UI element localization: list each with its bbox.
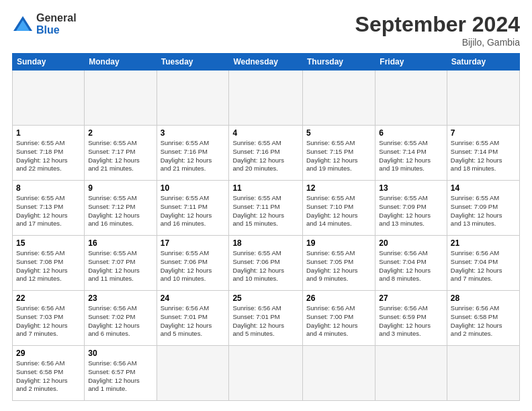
calendar-day-2: 2Sunrise: 6:55 AM Sunset: 7:17 PM Daylig… — [85, 126, 157, 181]
day-number: 15 — [16, 238, 81, 248]
day-number: 21 — [451, 238, 516, 248]
day-number: 28 — [451, 293, 516, 303]
header: General Blue September 2024 Bijilo, Gamb… — [12, 12, 520, 48]
day-info: Sunrise: 6:55 AM Sunset: 7:09 PM Dayligh… — [379, 194, 443, 228]
calendar-day-24: 24Sunrise: 6:56 AM Sunset: 7:01 PM Dayli… — [157, 291, 229, 346]
title-block: September 2024 Bijilo, Gambia — [355, 12, 520, 48]
month-title: September 2024 — [355, 12, 520, 37]
day-info: Sunrise: 6:56 AM Sunset: 6:59 PM Dayligh… — [379, 304, 443, 338]
calendar-header-sunday: Sunday — [13, 54, 85, 71]
calendar-day-4: 4Sunrise: 6:55 AM Sunset: 7:16 PM Daylig… — [229, 126, 303, 181]
logo: General Blue — [12, 12, 77, 36]
calendar-day-7: 7Sunrise: 6:55 AM Sunset: 7:14 PM Daylig… — [447, 126, 519, 181]
day-number: 11 — [232, 183, 299, 193]
day-number: 7 — [451, 128, 516, 138]
day-number: 27 — [379, 293, 443, 303]
day-info: Sunrise: 6:55 AM Sunset: 7:08 PM Dayligh… — [16, 249, 81, 283]
calendar-day-28: 28Sunrise: 6:56 AM Sunset: 6:58 PM Dayli… — [447, 291, 519, 346]
day-info: Sunrise: 6:55 AM Sunset: 7:14 PM Dayligh… — [451, 139, 516, 173]
day-number: 18 — [232, 238, 299, 248]
day-number: 14 — [451, 183, 516, 193]
day-number: 19 — [306, 238, 371, 248]
calendar-day-15: 15Sunrise: 6:55 AM Sunset: 7:08 PM Dayli… — [13, 236, 85, 291]
calendar-day-30: 30Sunrise: 6:56 AM Sunset: 6:57 PM Dayli… — [85, 346, 157, 401]
calendar-day-16: 16Sunrise: 6:55 AM Sunset: 7:07 PM Dayli… — [85, 236, 157, 291]
day-info: Sunrise: 6:55 AM Sunset: 7:15 PM Dayligh… — [306, 139, 371, 173]
day-info: Sunrise: 6:55 AM Sunset: 7:11 PM Dayligh… — [232, 194, 299, 228]
calendar-day-22: 22Sunrise: 6:56 AM Sunset: 7:03 PM Dayli… — [13, 291, 85, 346]
day-number: 30 — [88, 349, 152, 358]
day-info: Sunrise: 6:55 AM Sunset: 7:10 PM Dayligh… — [306, 194, 371, 228]
day-info: Sunrise: 6:55 AM Sunset: 7:13 PM Dayligh… — [16, 194, 81, 228]
day-info: Sunrise: 6:56 AM Sunset: 7:00 PM Dayligh… — [306, 304, 371, 338]
calendar-day-empty — [157, 346, 229, 401]
calendar-day-10: 10Sunrise: 6:55 AM Sunset: 7:11 PM Dayli… — [157, 181, 229, 236]
day-number: 6 — [379, 128, 443, 138]
day-number: 20 — [379, 238, 443, 248]
day-number: 23 — [88, 293, 152, 303]
day-info: Sunrise: 6:56 AM Sunset: 6:58 PM Dayligh… — [16, 359, 81, 394]
location: Bijilo, Gambia — [355, 37, 520, 48]
day-info: Sunrise: 6:55 AM Sunset: 7:06 PM Dayligh… — [161, 249, 226, 283]
day-number: 26 — [306, 293, 371, 303]
logo-text: General Blue — [36, 12, 77, 36]
calendar-day-13: 13Sunrise: 6:55 AM Sunset: 7:09 PM Dayli… — [375, 181, 447, 236]
calendar-table: SundayMondayTuesdayWednesdayThursdayFrid… — [12, 53, 520, 401]
day-number: 25 — [232, 293, 299, 303]
calendar-day-8: 8Sunrise: 6:55 AM Sunset: 7:13 PM Daylig… — [13, 181, 85, 236]
calendar-day-empty — [303, 71, 375, 126]
calendar-week-4: 22Sunrise: 6:56 AM Sunset: 7:03 PM Dayli… — [13, 291, 520, 346]
day-info: Sunrise: 6:55 AM Sunset: 7:12 PM Dayligh… — [88, 194, 152, 228]
calendar-day-empty — [229, 346, 303, 401]
calendar-day-29: 29Sunrise: 6:56 AM Sunset: 6:58 PM Dayli… — [13, 346, 85, 401]
calendar-day-18: 18Sunrise: 6:55 AM Sunset: 7:06 PM Dayli… — [229, 236, 303, 291]
calendar-week-0 — [13, 71, 520, 126]
calendar-header-tuesday: Tuesday — [157, 54, 229, 71]
day-number: 17 — [161, 238, 226, 248]
calendar-day-12: 12Sunrise: 6:55 AM Sunset: 7:10 PM Dayli… — [303, 181, 375, 236]
day-info: Sunrise: 6:55 AM Sunset: 7:18 PM Dayligh… — [16, 139, 81, 173]
calendar-week-2: 8Sunrise: 6:55 AM Sunset: 7:13 PM Daylig… — [13, 181, 520, 236]
day-info: Sunrise: 6:55 AM Sunset: 7:06 PM Dayligh… — [232, 249, 299, 283]
logo-general: General — [36, 12, 77, 24]
calendar-day-empty — [447, 346, 519, 401]
calendar-week-1: 1Sunrise: 6:55 AM Sunset: 7:18 PM Daylig… — [13, 126, 520, 181]
day-number: 9 — [88, 183, 152, 193]
calendar-day-27: 27Sunrise: 6:56 AM Sunset: 6:59 PM Dayli… — [375, 291, 447, 346]
day-number: 5 — [306, 128, 371, 138]
day-number: 13 — [379, 183, 443, 193]
calendar-header-row: SundayMondayTuesdayWednesdayThursdayFrid… — [13, 54, 520, 71]
calendar-day-empty — [447, 71, 519, 126]
day-info: Sunrise: 6:56 AM Sunset: 7:01 PM Dayligh… — [232, 304, 299, 338]
calendar-day-25: 25Sunrise: 6:56 AM Sunset: 7:01 PM Dayli… — [229, 291, 303, 346]
day-number: 24 — [161, 293, 226, 303]
day-info: Sunrise: 6:55 AM Sunset: 7:16 PM Dayligh… — [232, 139, 299, 173]
day-number: 8 — [16, 183, 81, 193]
day-number: 22 — [16, 293, 81, 303]
logo-blue: Blue — [36, 24, 77, 36]
day-info: Sunrise: 6:56 AM Sunset: 7:02 PM Dayligh… — [88, 304, 152, 338]
calendar-day-empty — [375, 346, 447, 401]
day-info: Sunrise: 6:55 AM Sunset: 7:11 PM Dayligh… — [161, 194, 226, 228]
calendar-day-26: 26Sunrise: 6:56 AM Sunset: 7:00 PM Dayli… — [303, 291, 375, 346]
calendar-day-23: 23Sunrise: 6:56 AM Sunset: 7:02 PM Dayli… — [85, 291, 157, 346]
day-info: Sunrise: 6:55 AM Sunset: 7:05 PM Dayligh… — [306, 249, 371, 283]
day-number: 4 — [232, 128, 299, 138]
calendar-day-5: 5Sunrise: 6:55 AM Sunset: 7:15 PM Daylig… — [303, 126, 375, 181]
calendar-day-21: 21Sunrise: 6:56 AM Sunset: 7:04 PM Dayli… — [447, 236, 519, 291]
calendar-day-6: 6Sunrise: 6:55 AM Sunset: 7:14 PM Daylig… — [375, 126, 447, 181]
day-info: Sunrise: 6:55 AM Sunset: 7:14 PM Dayligh… — [379, 139, 443, 173]
calendar-header-friday: Friday — [375, 54, 447, 71]
day-info: Sunrise: 6:56 AM Sunset: 7:01 PM Dayligh… — [161, 304, 226, 338]
day-info: Sunrise: 6:56 AM Sunset: 7:03 PM Dayligh… — [16, 304, 81, 338]
calendar-week-5: 29Sunrise: 6:56 AM Sunset: 6:58 PM Dayli… — [13, 346, 520, 401]
day-info: Sunrise: 6:56 AM Sunset: 7:04 PM Dayligh… — [451, 249, 516, 283]
day-number: 2 — [88, 128, 152, 138]
calendar-day-9: 9Sunrise: 6:55 AM Sunset: 7:12 PM Daylig… — [85, 181, 157, 236]
day-number: 10 — [161, 183, 226, 193]
calendar-week-3: 15Sunrise: 6:55 AM Sunset: 7:08 PM Dayli… — [13, 236, 520, 291]
day-number: 29 — [16, 349, 81, 358]
day-info: Sunrise: 6:55 AM Sunset: 7:17 PM Dayligh… — [88, 139, 152, 173]
day-info: Sunrise: 6:55 AM Sunset: 7:07 PM Dayligh… — [88, 249, 152, 283]
calendar-day-empty — [13, 71, 85, 126]
